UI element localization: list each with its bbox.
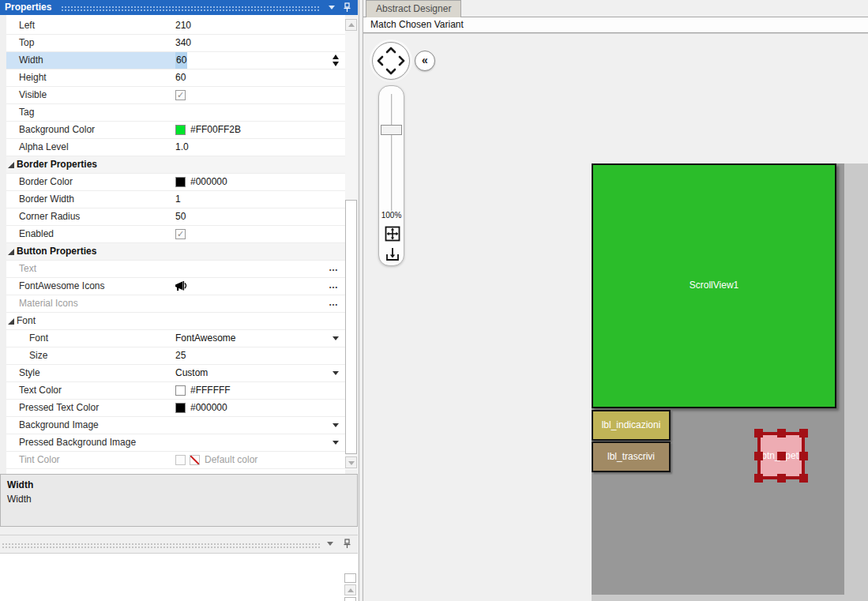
scrollbar-thumb[interactable] [344,597,356,601]
secondary-panel-titlebar[interactable] [0,535,358,552]
selection-handle[interactable] [799,474,808,483]
scrollbar-thumb[interactable] [344,573,356,583]
property-row-width[interactable]: Width60 [6,52,345,69]
selection-handle[interactable] [754,452,763,460]
property-row-alpha-level[interactable]: Alpha Level1.0 [6,139,345,156]
ellipsis-button[interactable]: … [329,295,339,312]
match-chosen-variant-bar[interactable]: Match Chosen Variant [363,17,868,33]
fit-width-button[interactable] [385,246,400,262]
pin-icon[interactable] [343,539,351,549]
color-swatch[interactable] [175,125,186,135]
property-value[interactable]: #FFFFFF [175,382,345,399]
checkbox[interactable]: ✓ [175,90,186,100]
ellipsis-button[interactable]: … [329,278,339,295]
property-row-tag[interactable]: Tag [6,104,345,122]
dropdown-arrow-icon[interactable] [333,423,339,427]
property-row-fontawesome-icons[interactable]: FontAwesome Icons… [6,278,345,295]
selection-handle[interactable] [799,429,808,438]
group-header-font[interactable]: Font [6,313,345,330]
property-value[interactable] [175,156,345,173]
property-value[interactable]: #FF00FF2B [175,122,345,138]
selection-handle[interactable] [754,474,763,483]
property-value[interactable]: ✓ [175,226,345,242]
property-value[interactable]: #000000 [175,400,345,416]
collapse-toolbox-button[interactable]: « [415,51,435,71]
property-row-height[interactable]: Height60 [6,69,345,87]
property-row-corner-radius[interactable]: Corner Radius50 [6,208,345,226]
zoom-slider-handle[interactable] [381,125,402,135]
property-value[interactable] [175,295,345,312]
scroll-up-button[interactable] [345,19,357,31]
property-row-background-color[interactable]: Background Color#FF00FF2B [6,122,345,139]
property-value[interactable]: Default color [175,452,345,468]
property-value[interactable]: FontAwesome [175,330,345,347]
property-value[interactable] [175,261,345,277]
property-row-font[interactable]: FontFontAwesome [6,330,345,347]
property-value[interactable]: 50 [175,208,345,225]
property-row-text-color[interactable]: Text Color#FFFFFF [6,382,345,400]
color-swatch[interactable] [175,177,186,187]
color-swatch[interactable] [175,385,186,396]
property-grid-scrollbar[interactable] [345,17,357,470]
tab-abstract-designer[interactable]: Abstract Designer [366,0,461,17]
dropdown-arrow-icon[interactable] [333,441,339,445]
selection-handle[interactable] [754,429,763,438]
window-position-menu-icon[interactable] [329,6,335,9]
no-color-swatch[interactable] [190,455,200,465]
property-value[interactable]: #000000 [175,174,345,190]
collapse-triangle-icon[interactable] [8,162,14,168]
pin-icon[interactable] [343,2,351,13]
scroll-up-button[interactable] [344,584,356,595]
property-row-style[interactable]: StyleCustom [6,365,345,382]
zoom-slider-track[interactable] [391,94,393,211]
property-row-top[interactable]: Top340 [6,35,345,52]
property-row-border-color[interactable]: Border Color#000000 [6,174,345,191]
ellipsis-button[interactable]: … [329,261,339,277]
property-value[interactable]: Custom [175,365,345,381]
fit-to-screen-button[interactable] [385,226,400,242]
property-row-visible[interactable]: Visible✓ [6,87,345,104]
property-row-border-width[interactable]: Border Width1 [6,191,345,208]
window-position-menu-icon[interactable] [327,542,333,546]
property-value[interactable] [175,313,345,329]
property-value[interactable] [175,417,345,434]
checkbox[interactable]: ✓ [175,229,186,239]
design-canvas[interactable]: ScrollView1 lbl_indicazioni lbl_trascriv… [592,163,868,601]
color-swatch[interactable] [175,403,186,413]
drag-grip[interactable] [2,543,321,548]
scrollbar-thumb[interactable] [345,200,357,454]
properties-titlebar[interactable]: Properties [0,0,358,15]
selection-handle[interactable] [799,452,808,460]
property-value[interactable] [175,434,345,451]
selected-button-control[interactable]: btn_ripeti [757,432,805,479]
property-row-tint-color[interactable]: Tint ColorDefault color [6,452,345,469]
collapse-triangle-icon[interactable] [8,318,14,325]
property-row-pressed-background-image[interactable]: Pressed Background Image [6,434,345,452]
property-row-left[interactable]: Left210 [6,17,345,35]
property-row-enabled[interactable]: Enabled✓ [6,226,345,243]
property-value[interactable] [175,243,345,260]
label-control-indicazioni[interactable]: lbl_indicazioni [592,410,671,441]
property-value[interactable]: 60 [175,69,345,86]
selection-handle[interactable] [777,474,786,483]
property-value[interactable]: 25 [175,347,345,364]
property-value[interactable]: 210 [175,17,345,34]
scrollview-control[interactable]: ScrollView1 [592,163,836,408]
scroll-down-button[interactable] [345,456,357,468]
label-control-trascrivi[interactable]: lbl_trascrivi [592,441,671,472]
checkbox[interactable] [175,455,186,465]
drag-grip[interactable] [61,6,321,11]
property-row-background-image[interactable]: Background Image [6,417,345,434]
dropdown-arrow-icon[interactable] [333,336,339,340]
selection-handle[interactable] [777,429,786,438]
group-header-button-properties[interactable]: Button Properties [6,243,345,261]
property-value[interactable]: 60 [175,52,345,69]
property-row-size[interactable]: Size25 [6,347,345,365]
collapse-triangle-icon[interactable] [8,249,14,255]
dropdown-arrow-icon[interactable] [333,371,339,375]
property-value[interactable]: 1 [175,191,345,208]
property-value[interactable]: 1.0 [175,139,345,156]
selection-handle[interactable] [777,452,786,460]
secondary-panel-scrollbar[interactable] [344,554,356,601]
property-row-text[interactable]: Text… [6,261,345,278]
